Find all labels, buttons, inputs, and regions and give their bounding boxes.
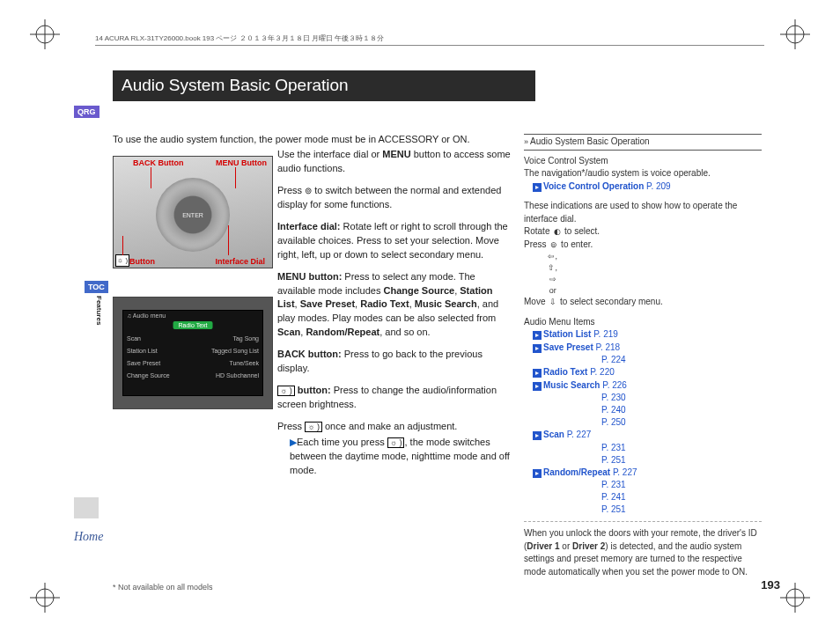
page-ref[interactable]: P. 240 — [601, 404, 762, 416]
press-icon: ⊚ — [549, 239, 558, 249]
menu-item: Save Preset — [127, 360, 160, 366]
link-arrow-icon: ▸ — [533, 183, 542, 192]
link-arrow-icon: ▸ — [533, 469, 542, 478]
double-chevron-icon: » — [524, 137, 528, 146]
menu-item: Tag Song — [232, 335, 259, 342]
menu-highlight: Radio Text — [173, 321, 213, 329]
qrg-tab[interactable]: QRG — [74, 106, 99, 118]
menu-item: Station List — [127, 348, 158, 354]
home-tab[interactable]: Home — [74, 530, 103, 544]
triangle-icon: ▶ — [290, 437, 297, 447]
brightness-icon: ☼ ) — [115, 254, 129, 267]
main-body: Use the interface dial or MENU button to… — [277, 148, 513, 486]
page-ref[interactable]: P. 251 — [601, 454, 762, 467]
menu-item-link[interactable]: ▸Radio Text P. 220 — [533, 366, 762, 379]
interface-dial-icon: ENTER — [156, 178, 230, 252]
sidebar-notes: »Audio System Basic Operation Voice Cont… — [524, 134, 762, 578]
page-ref[interactable]: P. 231 — [601, 479, 762, 491]
interface-dial-photo: BACK Button MENU Button ☼ ) Button Inter… — [113, 156, 273, 268]
press-icon: ⊚ — [305, 185, 312, 198]
page-ref[interactable]: P. 224 — [601, 354, 762, 366]
audio-menu-title: ♫ Audio menu — [127, 312, 166, 319]
callout-brightness-button: Button — [129, 257, 155, 266]
link-arrow-icon: ▸ — [533, 331, 542, 340]
link-arrow-icon: ▸ — [533, 431, 542, 440]
audio-menu-screenshot: ♫ Audio menu Radio Text Scan Station Lis… — [113, 297, 273, 409]
page-ref[interactable]: P. 231 — [601, 442, 762, 454]
voice-control-link[interactable]: Voice Control Operation — [543, 181, 644, 191]
rotate-icon: ◐ — [552, 226, 562, 236]
intro-text: To use the audio system function, the po… — [113, 134, 509, 144]
indication-desc: These indications are used to show how t… — [524, 200, 762, 225]
crop-mark-icon — [30, 19, 60, 49]
menu-item: HD Subchannel — [216, 372, 259, 378]
sidebar-header: Audio System Basic Operation — [530, 136, 650, 146]
toc-tab[interactable]: TOC — [85, 281, 108, 293]
page-ref[interactable]: P. 251 — [601, 503, 762, 516]
thumb-tab — [74, 497, 99, 518]
brightness-icon: ☼ ) — [277, 386, 295, 396]
menu-item: Scan — [127, 335, 141, 342]
footnote: * Not available on all models — [113, 583, 213, 592]
page-ref[interactable]: P. 230 — [601, 392, 762, 404]
menu-item-link[interactable]: ▸Station List P. 219 — [533, 328, 762, 342]
brightness-icon: ☼ ) — [305, 422, 322, 432]
menu-item: Change Source — [127, 372, 170, 378]
crop-mark-icon — [780, 19, 810, 49]
page-title: Audio System Basic Operation — [113, 70, 535, 101]
voice-control-title: Voice Control System — [524, 155, 762, 168]
link-arrow-icon: ▸ — [533, 382, 542, 391]
menu-item-link[interactable]: ▸Scan P. 227 — [533, 429, 762, 442]
crop-mark-icon — [780, 583, 810, 613]
link-arrow-icon: ▸ — [533, 369, 542, 378]
audio-menu-items-header: Audio Menu Items — [524, 316, 762, 329]
book-header-info: 14 ACURA RLX-31TY26000.book 193 ページ ２０１３… — [95, 33, 764, 46]
page-ref[interactable]: P. 209 — [644, 181, 670, 191]
move-icons: ⇦, ⇧, ⇨ or ⇩ — [548, 251, 557, 261]
menu-item-link[interactable]: ▸Music Search P. 226 — [533, 379, 762, 393]
page-ref[interactable]: P. 241 — [601, 491, 762, 503]
enter-label: ENTER — [182, 212, 203, 218]
menu-item: Tune/Seek — [229, 360, 259, 366]
menu-item-link[interactable]: ▸Random/Repeat P. 227 — [533, 467, 762, 480]
callout-interface-dial: Interface Dial — [215, 257, 265, 266]
features-tab[interactable]: Features — [95, 296, 103, 325]
callout-menu-button: MENU Button — [216, 158, 267, 167]
crop-mark-icon — [30, 583, 60, 613]
page-ref[interactable]: P. 250 — [601, 416, 762, 429]
menu-item-link[interactable]: ▸Save Preset P. 218 — [533, 342, 762, 355]
brightness-icon: ☼ ) — [387, 437, 405, 448]
link-arrow-icon: ▸ — [533, 344, 542, 353]
menu-item: Tagged Song List — [211, 348, 259, 354]
voice-control-desc: The navigation*/audio system is voice op… — [524, 167, 762, 180]
page-number: 193 — [761, 578, 780, 592]
callout-back-button: BACK Button — [133, 158, 184, 167]
